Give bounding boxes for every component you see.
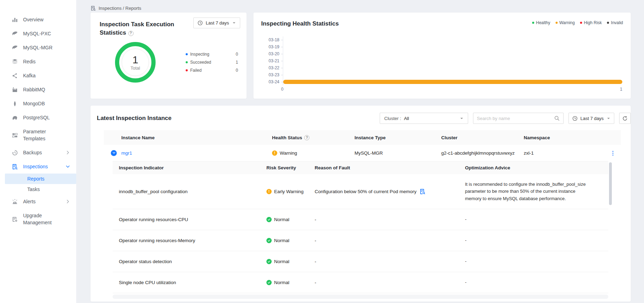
- donut-legend-item[interactable]: Failed0: [186, 68, 238, 73]
- check-icon: [266, 238, 272, 243]
- sidebar-item-postgresql[interactable]: PostgreSQL: [0, 111, 76, 125]
- latest-inspection-title: Latest Inspection Instance: [97, 114, 172, 122]
- sidebar-item-label: Alerts: [23, 198, 61, 205]
- health-legend-item[interactable]: Invalid: [607, 20, 623, 25]
- inspection-detail-row: innodb_buffer_pool configuration!Early W…: [113, 174, 608, 209]
- health-chart-y-axis: 03-1803-1903-2003-2103-2203-2303-24: [261, 36, 283, 85]
- health-legend-item[interactable]: High Risk: [580, 20, 602, 25]
- refresh-button[interactable]: [619, 113, 631, 124]
- sidebar-item-label: Upgrade Management: [23, 212, 61, 226]
- help-icon[interactable]: ?: [128, 31, 134, 36]
- sidebar-item-backups[interactable]: Backups: [0, 146, 76, 160]
- health-chart-plot: [283, 36, 622, 85]
- legend-label: Inspecting: [190, 52, 209, 57]
- y-axis-tick-label: 03-24: [261, 78, 283, 85]
- cluster-select-value: All: [404, 116, 409, 121]
- instance-name-link[interactable]: mgr1: [121, 150, 132, 156]
- sidebar-item-label: MySQL-PXC: [23, 30, 61, 37]
- legend-dot-icon: [580, 22, 582, 24]
- sidebar-item-rabbitmq[interactable]: RabbitMQ: [0, 83, 76, 97]
- instance-type-value: MySQL-MGR: [355, 150, 441, 156]
- legend-value: 0: [236, 52, 238, 57]
- inspection-detail-row: Operator running resources-MemoryNormal-…: [113, 230, 608, 251]
- reason-cell: Configuration below 50% of current Pod m…: [315, 189, 465, 195]
- chevron-down-icon: [607, 117, 610, 120]
- exec-time-range-select[interactable]: Last 7 days: [193, 17, 241, 28]
- donut-legend-item[interactable]: Succeeded1: [186, 60, 238, 65]
- donut-legend-item[interactable]: Inspecting0: [186, 52, 238, 57]
- health-chart-legend: HealthyWarningHigh RiskInvalid: [532, 20, 623, 25]
- help-icon[interactable]: ?: [304, 135, 309, 140]
- sidebar-item-upgrade-management[interactable]: Upgrade Management: [0, 209, 76, 230]
- elephant-icon: [12, 115, 18, 121]
- sidebar-item-mysql-pxc[interactable]: MySQL-PXC: [0, 27, 76, 41]
- latest-inspection-card: Latest Inspection Instance Cluster : All: [91, 106, 631, 302]
- legend-dot-icon: [186, 69, 188, 71]
- sidebar-item-tasks[interactable]: Tasks: [5, 184, 76, 195]
- donut-chart: 1 Total: [115, 42, 156, 83]
- sidebar-item-redis[interactable]: Redis: [0, 55, 76, 69]
- search-input[interactable]: [477, 116, 554, 121]
- reason-cell: -: [315, 259, 465, 264]
- reason-cell: -: [315, 280, 465, 285]
- vertical-scrollbar[interactable]: [609, 162, 612, 205]
- horizontal-scrollbar[interactable]: [113, 295, 608, 299]
- indicator-cell: innodb_buffer_pool configuration: [113, 189, 266, 194]
- health-legend-item[interactable]: Healthy: [532, 20, 550, 25]
- sidebar-item-alerts[interactable]: Alerts: [0, 195, 76, 209]
- legend-label: Healthy: [536, 20, 550, 25]
- y-axis-tick-label: 03-22: [261, 64, 283, 71]
- report-doc-icon[interactable]: [420, 189, 425, 195]
- doc-search-icon: [12, 164, 18, 170]
- collapse-row-button[interactable]: [111, 150, 117, 156]
- y-axis-tick-label: 03-20: [261, 50, 283, 57]
- exec-time-range-value: Last 7 days: [206, 20, 229, 26]
- latest-time-range-select[interactable]: Last 7 days: [568, 113, 614, 124]
- sidebar-item-mongodb[interactable]: MongoDB: [0, 97, 76, 111]
- reason-cell: -: [315, 238, 465, 243]
- col-cluster: Cluster: [441, 135, 524, 140]
- main-content: Inspections / Reports Inspection Task Ex…: [76, 0, 644, 303]
- legend-value: 1: [236, 60, 238, 65]
- donut-total-label: Total: [130, 65, 140, 71]
- row-actions-menu[interactable]: ⋮: [610, 150, 616, 156]
- legend-label: Warning: [559, 20, 575, 25]
- alarm-icon: [12, 199, 18, 205]
- check-icon: [266, 280, 272, 285]
- clock-icon: [198, 20, 203, 26]
- chevron-right-icon: [66, 199, 70, 204]
- col-health-status: Health Status?: [272, 135, 355, 140]
- sidebar-item-reports[interactable]: Reports: [5, 174, 76, 184]
- sidebar-item-kafka[interactable]: Kafka: [0, 69, 76, 83]
- sidebar-item-parameter-templates[interactable]: Parameter Templates: [0, 125, 76, 146]
- sidebar-item-mysql-mgr[interactable]: MySQL-MGR: [0, 41, 76, 55]
- breadcrumb: Inspections / Reports: [91, 0, 631, 13]
- severity-label: Normal: [274, 217, 289, 222]
- legend-dot-icon: [186, 61, 188, 63]
- cluster-select[interactable]: Cluster : All: [380, 113, 468, 124]
- sidebar-item-label: Parameter Templates: [23, 128, 61, 142]
- advice-cell: It is recommended to configure the innod…: [465, 181, 608, 202]
- inspection-detail-row: Single node CPU utilizationNormal--: [113, 272, 608, 293]
- blocks-icon: [12, 132, 18, 138]
- rabbit-icon: [12, 87, 18, 93]
- bar-warning-03-24: [283, 80, 622, 84]
- chevron-down-icon: [232, 21, 236, 25]
- col-instance-type: Instance Type: [355, 135, 441, 140]
- legend-value: 0: [236, 68, 238, 73]
- clock-icon: [572, 116, 578, 121]
- health-legend-item[interactable]: Warning: [556, 20, 575, 25]
- warning-icon: !: [272, 150, 277, 156]
- col-instance-name: Instance Name: [121, 135, 272, 140]
- reason-cell: -: [315, 217, 465, 222]
- sidebar-item-label: Inspections: [23, 163, 61, 170]
- inspection-detail-row: Operator running resources-CPUNormal--: [113, 209, 608, 230]
- instances-table-header: Instance Name Health Status? Instance Ty…: [104, 130, 621, 145]
- inspection-detail-row: Operator status detectionNormal--: [113, 251, 608, 272]
- donut-legend: Inspecting0Succeeded1Failed0: [186, 52, 239, 73]
- sidebar-item-inspections[interactable]: Inspections: [0, 160, 76, 174]
- bar-chart-icon: [12, 17, 18, 23]
- check-icon: [266, 259, 272, 264]
- sidebar-item-overview[interactable]: Overview: [0, 13, 76, 27]
- search-icon[interactable]: [554, 115, 560, 121]
